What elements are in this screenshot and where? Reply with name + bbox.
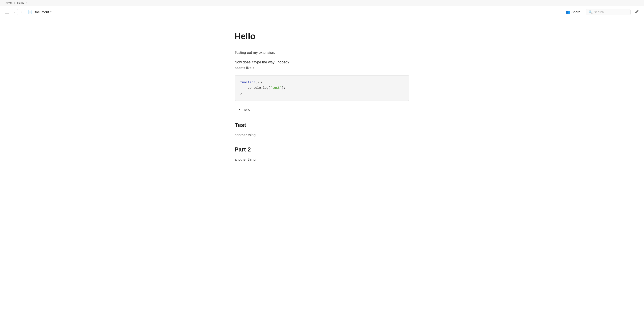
nav-back-button[interactable]: ‹	[12, 9, 18, 15]
search-icon: 🔍	[589, 10, 592, 14]
code-line-2: console.log('test');	[240, 85, 404, 91]
edit-button[interactable]	[633, 8, 640, 16]
code-block: function() { console.log('test'); }	[234, 75, 410, 100]
share-button[interactable]: 👥 Share	[563, 9, 583, 16]
edit-icon	[635, 10, 639, 14]
doc-type-button[interactable]: 📄 Document ▾	[26, 9, 53, 15]
breadcrumb-current-page[interactable]: Hello	[17, 1, 24, 5]
search-placeholder: Search	[594, 10, 604, 14]
sidebar-icon-bar-1	[5, 11, 9, 11]
code-console: console.log	[248, 86, 268, 90]
section-2-paragraph: another thing	[234, 156, 410, 162]
toolbar-right: 👥 Share 🔍 Search	[563, 8, 640, 16]
main-content: Hello Testing out my extension. Now does…	[226, 18, 418, 189]
paragraph-2-line2: seems like it.	[234, 66, 255, 70]
toolbar-left: ‹ › 📄 Document ▾	[4, 8, 561, 16]
list-item: hello	[243, 106, 410, 113]
breadcrumb-separator: >	[14, 1, 16, 5]
toolbar: ‹ › 📄 Document ▾ 👥 Share 🔍 Search	[0, 6, 644, 18]
paragraph-2: Now does it type the way I hoped? seems …	[234, 60, 410, 71]
share-icon: 👥	[566, 10, 570, 14]
nav-forward-icon: ›	[22, 10, 22, 14]
bullet-list: hello	[234, 106, 410, 113]
code-line-1: function() {	[240, 80, 404, 85]
search-box[interactable]: 🔍 Search	[586, 9, 630, 15]
sidebar-icon-bar-3	[5, 13, 9, 14]
code-close-paren: );	[282, 86, 286, 90]
code-line-3: }	[240, 91, 404, 96]
breadcrumb: Private > Hello ☆	[0, 0, 644, 6]
document-icon: 📄	[28, 10, 32, 14]
breadcrumb-private[interactable]: Private	[4, 1, 12, 5]
section-1-paragraph: another thing	[234, 132, 410, 138]
paragraph-1: Testing out my extension.	[234, 50, 410, 56]
code-punctuation-1: () {	[255, 81, 263, 84]
sidebar-toggle-icon	[5, 11, 9, 14]
sidebar-toggle-button[interactable]	[4, 8, 11, 16]
code-keyword-function: function	[240, 81, 255, 84]
page-title: Hello	[234, 31, 410, 42]
code-string-test: 'test'	[270, 86, 282, 90]
chevron-down-icon: ▾	[50, 10, 52, 14]
section-1-heading: Test	[234, 122, 410, 128]
code-closing-brace: }	[240, 92, 242, 95]
share-label: Share	[572, 10, 580, 14]
nav-forward-button[interactable]: ›	[19, 9, 25, 15]
sidebar-icon-bar-2	[5, 12, 8, 12]
doc-type-label: Document	[34, 10, 49, 14]
star-icon[interactable]: ☆	[25, 1, 28, 5]
paragraph-2-line1: Now does it type the way I hoped?	[234, 60, 290, 64]
section-2-heading: Part 2	[234, 146, 410, 153]
nav-back-icon: ‹	[14, 10, 15, 14]
